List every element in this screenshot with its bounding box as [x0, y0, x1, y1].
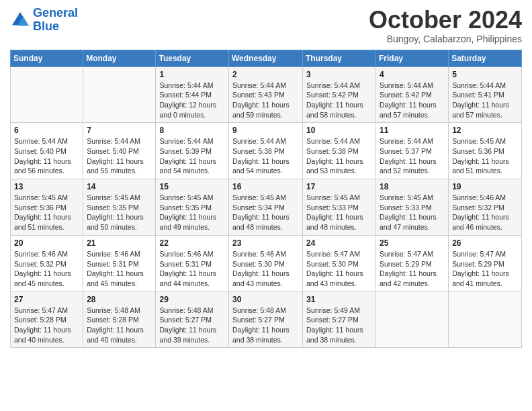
day-info: Sunrise: 5:47 AM Sunset: 5:29 PM Dayligh… — [452, 249, 518, 289]
day-number: 31 — [306, 295, 372, 304]
day-info: Sunrise: 5:47 AM Sunset: 5:30 PM Dayligh… — [306, 249, 372, 289]
calendar-cell — [449, 291, 522, 348]
day-info: Sunrise: 5:44 AM Sunset: 5:40 PM Dayligh… — [87, 136, 152, 176]
calendar-cell: 16Sunrise: 5:45 AM Sunset: 5:34 PM Dayli… — [229, 179, 303, 236]
day-info: Sunrise: 5:44 AM Sunset: 5:42 PM Dayligh… — [380, 81, 445, 120]
calendar-cell: 2Sunrise: 5:44 AM Sunset: 5:43 PM Daylig… — [229, 66, 303, 123]
calendar-cell: 30Sunrise: 5:48 AM Sunset: 5:27 PM Dayli… — [229, 291, 303, 348]
calendar-cell: 1Sunrise: 5:44 AM Sunset: 5:44 PM Daylig… — [156, 66, 229, 123]
calendar: SundayMondayTuesdayWednesdayThursdayFrid… — [10, 50, 522, 349]
calendar-cell — [83, 66, 156, 123]
calendar-cell: 28Sunrise: 5:48 AM Sunset: 5:28 PM Dayli… — [83, 291, 156, 348]
calendar-cell: 23Sunrise: 5:46 AM Sunset: 5:30 PM Dayli… — [229, 235, 303, 291]
calendar-cell: 14Sunrise: 5:45 AM Sunset: 5:35 PM Dayli… — [83, 179, 156, 236]
day-number: 29 — [159, 295, 225, 304]
main-title: October 2024 — [369, 7, 522, 34]
calendar-day-header: Saturday — [449, 50, 522, 66]
calendar-cell: 15Sunrise: 5:45 AM Sunset: 5:35 PM Dayli… — [156, 179, 229, 236]
logo-text: General Blue — [33, 7, 78, 34]
day-number: 18 — [380, 182, 445, 191]
logo: General Blue — [10, 7, 78, 34]
day-info: Sunrise: 5:45 AM Sunset: 5:36 PM Dayligh… — [452, 136, 518, 176]
day-number: 4 — [380, 70, 445, 79]
day-number: 15 — [159, 182, 225, 191]
calendar-cell: 7Sunrise: 5:44 AM Sunset: 5:40 PM Daylig… — [83, 123, 156, 179]
logo-line2: Blue — [33, 19, 59, 33]
day-number: 11 — [380, 126, 445, 135]
calendar-cell: 17Sunrise: 5:45 AM Sunset: 5:33 PM Dayli… — [303, 179, 376, 236]
day-number: 21 — [87, 238, 152, 248]
calendar-cell: 3Sunrise: 5:44 AM Sunset: 5:42 PM Daylig… — [303, 66, 376, 123]
day-number: 12 — [452, 126, 518, 135]
calendar-cell: 22Sunrise: 5:46 AM Sunset: 5:31 PM Dayli… — [156, 235, 229, 291]
day-info: Sunrise: 5:44 AM Sunset: 5:39 PM Dayligh… — [159, 136, 225, 176]
calendar-cell — [376, 291, 449, 348]
day-number: 27 — [14, 295, 79, 304]
day-number: 14 — [87, 182, 152, 191]
header: General Blue October 2024 Bungoy, Calaba… — [10, 7, 522, 44]
calendar-cell: 20Sunrise: 5:46 AM Sunset: 5:32 PM Dayli… — [11, 235, 83, 291]
day-info: Sunrise: 5:49 AM Sunset: 5:27 PM Dayligh… — [306, 306, 372, 345]
day-info: Sunrise: 5:44 AM Sunset: 5:41 PM Dayligh… — [452, 81, 518, 120]
calendar-cell: 6Sunrise: 5:44 AM Sunset: 5:40 PM Daylig… — [11, 123, 83, 179]
calendar-day-header: Sunday — [11, 50, 83, 66]
calendar-week-row: 6Sunrise: 5:44 AM Sunset: 5:40 PM Daylig… — [11, 123, 522, 179]
day-info: Sunrise: 5:46 AM Sunset: 5:32 PM Dayligh… — [14, 249, 79, 289]
calendar-week-row: 1Sunrise: 5:44 AM Sunset: 5:44 PM Daylig… — [11, 66, 522, 123]
calendar-cell: 8Sunrise: 5:44 AM Sunset: 5:39 PM Daylig… — [156, 123, 229, 179]
calendar-cell: 10Sunrise: 5:44 AM Sunset: 5:38 PM Dayli… — [303, 123, 376, 179]
calendar-cell: 18Sunrise: 5:45 AM Sunset: 5:33 PM Dayli… — [376, 179, 449, 236]
day-number: 16 — [232, 182, 299, 191]
calendar-cell — [11, 66, 83, 123]
day-number: 20 — [14, 238, 79, 248]
day-number: 25 — [380, 238, 445, 248]
calendar-cell: 27Sunrise: 5:47 AM Sunset: 5:28 PM Dayli… — [11, 291, 83, 348]
page: General Blue October 2024 Bungoy, Calaba… — [0, 0, 532, 411]
day-number: 28 — [87, 295, 152, 304]
day-info: Sunrise: 5:45 AM Sunset: 5:34 PM Dayligh… — [232, 193, 299, 232]
day-info: Sunrise: 5:44 AM Sunset: 5:40 PM Dayligh… — [14, 136, 79, 176]
calendar-day-header: Friday — [376, 50, 449, 66]
day-info: Sunrise: 5:47 AM Sunset: 5:28 PM Dayligh… — [14, 306, 79, 345]
calendar-day-header: Wednesday — [229, 50, 303, 66]
day-number: 8 — [159, 126, 225, 135]
day-number: 1 — [159, 70, 225, 79]
day-number: 17 — [306, 182, 372, 191]
day-info: Sunrise: 5:48 AM Sunset: 5:27 PM Dayligh… — [159, 306, 225, 345]
calendar-cell: 26Sunrise: 5:47 AM Sunset: 5:29 PM Dayli… — [449, 235, 522, 291]
day-info: Sunrise: 5:47 AM Sunset: 5:29 PM Dayligh… — [380, 249, 445, 289]
day-info: Sunrise: 5:46 AM Sunset: 5:30 PM Dayligh… — [232, 249, 299, 289]
day-number: 30 — [232, 295, 299, 304]
day-info: Sunrise: 5:44 AM Sunset: 5:42 PM Dayligh… — [306, 81, 372, 120]
calendar-week-row: 13Sunrise: 5:45 AM Sunset: 5:36 PM Dayli… — [11, 179, 522, 236]
subtitle: Bungoy, Calabarzon, Philippines — [369, 34, 522, 44]
day-info: Sunrise: 5:46 AM Sunset: 5:31 PM Dayligh… — [87, 249, 152, 289]
day-number: 3 — [306, 70, 372, 79]
calendar-cell: 25Sunrise: 5:47 AM Sunset: 5:29 PM Dayli… — [376, 235, 449, 291]
day-info: Sunrise: 5:45 AM Sunset: 5:33 PM Dayligh… — [306, 193, 372, 232]
calendar-cell: 31Sunrise: 5:49 AM Sunset: 5:27 PM Dayli… — [303, 291, 376, 348]
day-info: Sunrise: 5:45 AM Sunset: 5:35 PM Dayligh… — [87, 193, 152, 232]
calendar-cell: 13Sunrise: 5:45 AM Sunset: 5:36 PM Dayli… — [11, 179, 83, 236]
day-info: Sunrise: 5:45 AM Sunset: 5:36 PM Dayligh… — [14, 193, 79, 232]
day-number: 5 — [452, 70, 518, 79]
calendar-day-header: Monday — [83, 50, 156, 66]
logo-line1: General — [33, 6, 78, 19]
day-info: Sunrise: 5:44 AM Sunset: 5:37 PM Dayligh… — [380, 136, 445, 176]
day-info: Sunrise: 5:48 AM Sunset: 5:27 PM Dayligh… — [232, 306, 299, 345]
day-number: 13 — [14, 182, 79, 191]
day-info: Sunrise: 5:45 AM Sunset: 5:35 PM Dayligh… — [159, 193, 225, 232]
day-number: 6 — [14, 126, 79, 135]
calendar-cell: 29Sunrise: 5:48 AM Sunset: 5:27 PM Dayli… — [156, 291, 229, 348]
day-number: 26 — [452, 238, 518, 248]
day-info: Sunrise: 5:45 AM Sunset: 5:33 PM Dayligh… — [380, 193, 445, 232]
calendar-cell: 4Sunrise: 5:44 AM Sunset: 5:42 PM Daylig… — [376, 66, 449, 123]
day-number: 9 — [232, 126, 299, 135]
logo-icon — [10, 10, 30, 30]
day-info: Sunrise: 5:44 AM Sunset: 5:38 PM Dayligh… — [232, 136, 299, 176]
calendar-cell: 21Sunrise: 5:46 AM Sunset: 5:31 PM Dayli… — [83, 235, 156, 291]
day-info: Sunrise: 5:44 AM Sunset: 5:44 PM Dayligh… — [159, 81, 225, 120]
day-number: 24 — [306, 238, 372, 248]
day-info: Sunrise: 5:44 AM Sunset: 5:43 PM Dayligh… — [232, 81, 299, 120]
calendar-week-row: 20Sunrise: 5:46 AM Sunset: 5:32 PM Dayli… — [11, 235, 522, 291]
